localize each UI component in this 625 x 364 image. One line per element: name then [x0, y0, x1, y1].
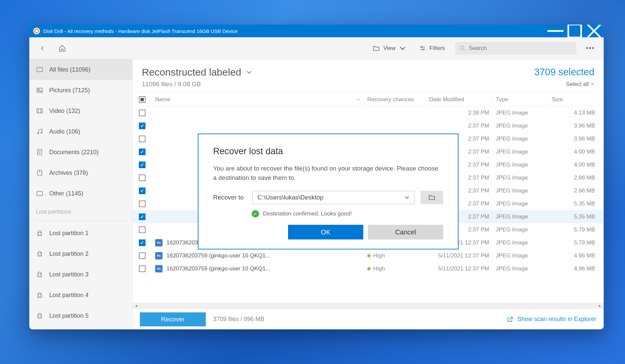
filters-button[interactable]: Filters [416, 43, 448, 54]
row-checkbox[interactable] [139, 149, 146, 155]
sidebar-item-label: Pictures (7125) [49, 87, 90, 94]
browse-folder-button[interactable] [421, 191, 443, 204]
chevron-down-icon [356, 98, 360, 102]
column-size[interactable]: Size [548, 93, 598, 106]
sidebar-item-label: Archives (378) [49, 170, 88, 177]
row-checkbox[interactable] [139, 239, 146, 246]
recover-button[interactable]: Recover [140, 312, 206, 326]
sidebar-item-other[interactable]: Other (1145) [29, 183, 132, 204]
sidebar-item-label: Audio (106) [49, 128, 80, 135]
window-title: Disk Drill - All recovery methods - Hard… [43, 28, 546, 34]
titlebar: Disk Drill - All recovery methods - Hard… [29, 25, 604, 37]
row-size: 4.96 MB [548, 265, 598, 272]
sidebar-item-documents[interactable]: Documents (2210) [29, 142, 132, 163]
row-type: JPEG Image [492, 136, 548, 142]
sidebar-item-lost-partition[interactable]: Lost partition 3 [29, 264, 132, 285]
chevron-down-icon [404, 195, 410, 200]
file-type-icon: Ps [155, 252, 162, 259]
ok-button[interactable]: OK [288, 225, 363, 239]
svg-point-29 [38, 273, 39, 274]
lost-partitions-label: Lost partitions [29, 204, 132, 218]
search-box[interactable] [455, 42, 576, 55]
row-size: 2.96 MB [548, 187, 598, 194]
sidebar-item-lost-partition[interactable]: Lost partition 5 [29, 305, 132, 326]
pictures-icon [36, 87, 43, 94]
column-date[interactable]: Date Modified [426, 93, 492, 106]
minimize-button[interactable] [546, 25, 565, 37]
row-size: 5.35 MB [548, 213, 598, 220]
row-type: JPEG Image [492, 252, 548, 259]
external-link-icon [507, 316, 513, 323]
sidebar-item-audio[interactable]: Audio (106) [29, 121, 132, 142]
row-checkbox[interactable] [139, 200, 146, 207]
column-name[interactable]: Name [152, 93, 364, 106]
close-button[interactable] [584, 25, 604, 37]
archives-icon [36, 169, 43, 177]
row-checkbox[interactable] [139, 252, 146, 259]
cancel-button[interactable]: Cancel [368, 225, 443, 239]
audio-icon [36, 128, 43, 135]
row-checkbox[interactable] [139, 175, 146, 181]
table-row[interactable]: 2:37 PM JPEG Image 3.96 MB [133, 119, 604, 132]
maximize-button[interactable] [565, 25, 584, 37]
row-size: 4.13 MB [548, 110, 598, 116]
row-type: JPEG Image [492, 110, 548, 116]
table-row[interactable]: Ps1620736203759 (ginkgo-user 10 QKQ1... … [133, 262, 604, 275]
sidebar-item-lost-partition[interactable]: Lost partition 1 [29, 223, 132, 243]
sidebar-item-lost-partition[interactable]: Lost partition 2 [29, 243, 132, 264]
row-checkbox[interactable] [139, 265, 146, 272]
row-checkbox[interactable] [139, 162, 146, 168]
row-type: JPEG Image [492, 213, 548, 220]
row-checkbox[interactable] [139, 123, 146, 129]
svg-point-28 [40, 253, 41, 253]
row-name: Ps1620736203759 (ginkgo-user 10 QKQ1... [152, 265, 364, 272]
scroll-right-arrow[interactable]: ► [598, 304, 602, 308]
sidebar-item-pictures[interactable]: Pictures (7125) [29, 80, 132, 101]
row-checkbox[interactable] [139, 226, 146, 233]
scroll-left-arrow[interactable]: ◄ [134, 304, 139, 308]
row-type: JPEG Image [492, 226, 548, 233]
svg-point-7 [423, 49, 424, 50]
home-button[interactable] [56, 43, 69, 54]
row-checkbox[interactable] [139, 110, 146, 116]
recover-modal: Recover lost data You are about to recov… [198, 134, 459, 249]
row-size: 3.96 MB [548, 136, 598, 142]
column-type[interactable]: Type [492, 93, 548, 106]
table-row[interactable]: 2:38 PM JPEG Image 4.13 MB [133, 106, 604, 119]
sidebar-item-all[interactable]: All files (11096) [29, 59, 132, 80]
sidebar-item-lost-partition[interactable]: Lost partition 4 [29, 285, 132, 305]
sidebar-item-video[interactable]: Video (132) [29, 101, 132, 121]
select-all-checkbox[interactable] [139, 96, 146, 103]
sidebar-item-label: Lost partition 5 [49, 312, 89, 319]
recover-to-label: Recover to [213, 194, 246, 201]
svg-point-32 [40, 294, 41, 295]
selected-count: 3709 selected [534, 67, 594, 78]
results-title: Reconstructed labeled [142, 67, 241, 78]
view-dropdown[interactable]: View [370, 43, 409, 54]
table-row[interactable]: Ps1620736203759 (ginkgo-user 10 QKQ1... … [133, 249, 604, 262]
sidebar-divider [34, 220, 128, 221]
search-icon [460, 45, 466, 51]
row-checkbox[interactable] [139, 136, 146, 142]
sidebar-item-archives[interactable]: Archives (378) [29, 163, 132, 183]
results-title-dropdown[interactable]: Reconstructed labeled [142, 67, 252, 78]
row-type: JPEG Image [492, 187, 548, 194]
select-all-dropdown[interactable]: Select all [534, 81, 594, 88]
show-in-explorer-link[interactable]: Show scan results in Explorer [507, 316, 596, 323]
horizontal-scrollbar[interactable]: ◄ ► [133, 303, 604, 309]
svg-point-26 [40, 232, 41, 233]
row-recovery: High [364, 252, 426, 259]
row-date: 2:37 PM [426, 123, 492, 129]
ghost-icon [36, 291, 43, 299]
row-checkbox[interactable] [139, 213, 146, 220]
back-button[interactable] [36, 43, 49, 54]
destination-select[interactable]: C:\Users\lukas\Desktop [252, 191, 415, 204]
column-recovery[interactable]: Recovery chances [364, 93, 426, 106]
svg-point-8 [460, 46, 464, 50]
row-checkbox[interactable] [139, 187, 146, 194]
ghost-icon [36, 250, 43, 257]
video-icon [36, 107, 43, 115]
more-button[interactable]: ••• [584, 44, 597, 52]
sidebar-item-label: Other (1145) [49, 190, 83, 197]
search-input[interactable] [469, 45, 572, 52]
